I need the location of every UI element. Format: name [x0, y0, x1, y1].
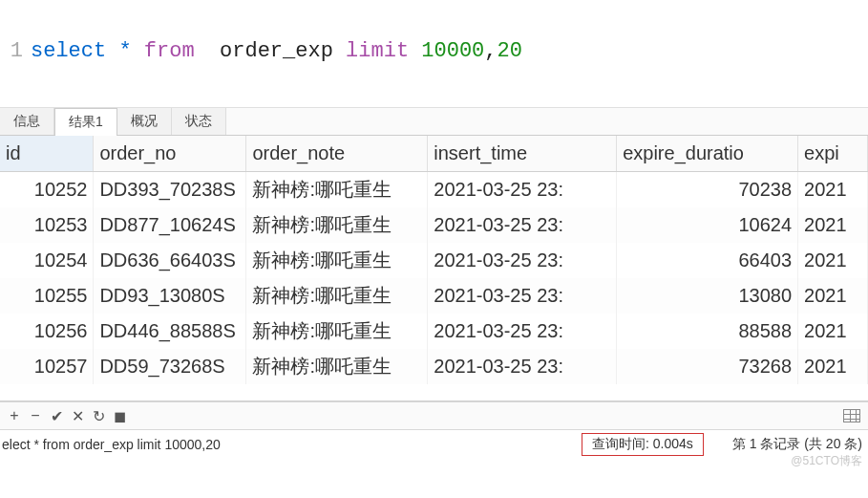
limit-count: 20 — [498, 39, 522, 63]
query-time: 查询时间: 0.004s — [582, 433, 704, 456]
sql-editor[interactable]: 1select * from order_exp limit 10000,20 — [0, 0, 868, 107]
cell-id[interactable]: 10252 — [0, 172, 94, 208]
cell-expire_duration[interactable]: 66403 — [617, 243, 798, 278]
cell-expire[interactable]: 2021 — [798, 172, 868, 208]
cell-id[interactable]: 10256 — [0, 314, 94, 349]
kw-comma: , — [484, 39, 497, 63]
cell-id[interactable]: 10255 — [0, 278, 94, 314]
table-row[interactable]: 10252DD393_70238S新神榜:哪吒重生2021-03-25 23:7… — [0, 172, 868, 208]
limit-offset: 10000 — [421, 39, 484, 63]
cell-insert_time[interactable]: 2021-03-25 23: — [428, 207, 617, 243]
cell-expire_duration[interactable]: 13080 — [617, 278, 798, 314]
query-echo: elect * from order_exp limit 10000,20 — [0, 437, 228, 452]
cell-expire[interactable]: 2021 — [798, 314, 868, 349]
cell-expire[interactable]: 2021 — [798, 243, 868, 278]
table-name: order_exp — [220, 39, 333, 63]
table-row[interactable]: 10257DD59_73268S新神榜:哪吒重生2021-03-25 23:73… — [0, 349, 868, 384]
delete-row-button[interactable]: − — [25, 405, 46, 426]
table-row[interactable]: 10256DD446_88588S新神榜:哪吒重生2021-03-25 23:8… — [0, 314, 868, 349]
cell-order_note[interactable]: 新神榜:哪吒重生 — [246, 349, 428, 384]
cell-expire_duration[interactable]: 10624 — [617, 207, 798, 243]
add-row-button[interactable]: + — [4, 405, 25, 426]
tab-result1[interactable]: 结果1 — [54, 108, 117, 136]
grid-toolbar: + − ✔ ✕ ↻ ◼ — [0, 401, 868, 430]
cell-id[interactable]: 10254 — [0, 243, 94, 278]
line-number: 1 — [4, 37, 31, 67]
commit-button[interactable]: ✔ — [46, 405, 67, 426]
kw-limit: limit — [346, 39, 409, 63]
table-header-row: id order_no order_note insert_time expir… — [0, 136, 868, 172]
grid-view-icon[interactable] — [843, 409, 860, 422]
cell-order_note[interactable]: 新神榜:哪吒重生 — [246, 172, 428, 208]
cell-order_no[interactable]: DD59_73268S — [94, 349, 246, 384]
cell-expire_duration[interactable]: 88588 — [617, 314, 798, 349]
col-insert-time[interactable]: insert_time — [428, 136, 617, 172]
cell-id[interactable]: 10257 — [0, 349, 94, 384]
cell-expire[interactable]: 2021 — [798, 278, 868, 314]
table-row[interactable]: 10253DD877_10624S新神榜:哪吒重生2021-03-25 23:1… — [0, 207, 868, 243]
cell-insert_time[interactable]: 2021-03-25 23: — [428, 314, 617, 349]
status-bar: elect * from order_exp limit 10000,20 查询… — [0, 430, 868, 459]
cell-order_no[interactable]: DD877_10624S — [94, 207, 246, 243]
cell-order_note[interactable]: 新神榜:哪吒重生 — [246, 314, 428, 349]
tab-profile[interactable]: 概况 — [117, 108, 172, 135]
kw-from: from — [144, 39, 195, 63]
cell-insert_time[interactable]: 2021-03-25 23: — [428, 278, 617, 314]
cell-id[interactable]: 10253 — [0, 207, 94, 243]
cell-insert_time[interactable]: 2021-03-25 23: — [428, 349, 617, 384]
cell-expire_duration[interactable]: 73268 — [617, 349, 798, 384]
cell-expire[interactable]: 2021 — [798, 207, 868, 243]
cell-order_note[interactable]: 新神榜:哪吒重生 — [246, 243, 428, 278]
cell-expire[interactable]: 2021 — [798, 349, 868, 384]
results-grid[interactable]: id order_no order_note insert_time expir… — [0, 136, 868, 401]
cell-order_note[interactable]: 新神榜:哪吒重生 — [246, 278, 428, 314]
cell-order_no[interactable]: DD93_13080S — [94, 278, 246, 314]
tab-status[interactable]: 状态 — [172, 108, 226, 135]
col-id[interactable]: id — [0, 136, 94, 172]
kw-select: select — [31, 39, 106, 63]
refresh-button[interactable]: ↻ — [88, 405, 109, 426]
cell-insert_time[interactable]: 2021-03-25 23: — [428, 172, 617, 208]
table-row[interactable]: 10255DD93_13080S新神榜:哪吒重生2021-03-25 23:13… — [0, 278, 868, 314]
tab-info[interactable]: 信息 — [0, 108, 54, 135]
cancel-button[interactable]: ✕ — [67, 405, 88, 426]
col-expire-duration[interactable]: expire_duratio — [617, 136, 798, 172]
record-count: 第 1 条记录 (共 20 条) — [732, 436, 868, 453]
stop-button[interactable]: ◼ — [109, 405, 130, 426]
col-order-note[interactable]: order_note — [246, 136, 428, 172]
col-order-no[interactable]: order_no — [94, 136, 246, 172]
cell-order_note[interactable]: 新神榜:哪吒重生 — [246, 207, 428, 243]
cell-expire_duration[interactable]: 70238 — [617, 172, 798, 208]
cell-order_no[interactable]: DD636_66403S — [94, 243, 246, 278]
col-expire[interactable]: expi — [798, 136, 868, 172]
result-tabs: 信息 结果1 概况 状态 — [0, 107, 868, 136]
cell-order_no[interactable]: DD393_70238S — [94, 172, 246, 208]
kw-star: * — [118, 39, 131, 63]
table-row[interactable]: 10254DD636_66403S新神榜:哪吒重生2021-03-25 23:6… — [0, 243, 868, 278]
cell-insert_time[interactable]: 2021-03-25 23: — [428, 243, 617, 278]
cell-order_no[interactable]: DD446_88588S — [94, 314, 246, 349]
